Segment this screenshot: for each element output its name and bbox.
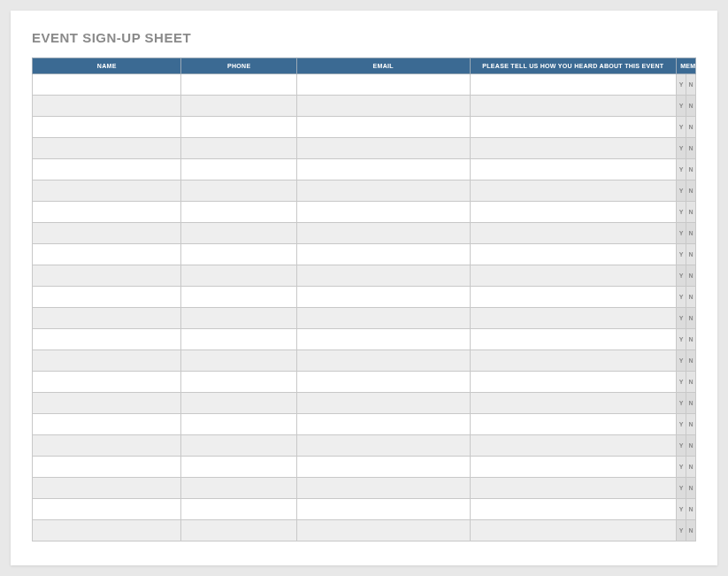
cell-phone[interactable] (181, 520, 296, 541)
cell-member-no[interactable]: N (686, 180, 696, 202)
cell-heard[interactable] (470, 74, 677, 96)
cell-phone[interactable] (181, 457, 296, 478)
cell-name[interactable] (33, 138, 181, 159)
cell-member-no[interactable]: N (686, 478, 696, 499)
cell-member-yes[interactable]: Y (677, 287, 686, 308)
cell-email[interactable] (296, 520, 470, 541)
cell-phone[interactable] (181, 435, 296, 457)
cell-phone[interactable] (181, 414, 296, 435)
cell-name[interactable] (33, 117, 181, 138)
cell-email[interactable] (296, 435, 470, 457)
cell-email[interactable] (296, 74, 470, 96)
cell-member-yes[interactable]: Y (677, 159, 686, 180)
cell-heard[interactable] (470, 287, 677, 308)
cell-heard[interactable] (470, 223, 677, 244)
cell-phone[interactable] (181, 117, 296, 138)
cell-member-no[interactable]: N (686, 74, 696, 96)
cell-member-yes[interactable]: Y (677, 308, 686, 329)
cell-name[interactable] (33, 159, 181, 180)
cell-name[interactable] (33, 478, 181, 499)
cell-heard[interactable] (470, 117, 677, 138)
cell-email[interactable] (296, 96, 470, 117)
cell-heard[interactable] (470, 393, 677, 414)
cell-name[interactable] (33, 520, 181, 541)
cell-name[interactable] (33, 414, 181, 435)
cell-member-no[interactable]: N (686, 265, 696, 287)
cell-name[interactable] (33, 499, 181, 520)
cell-email[interactable] (296, 159, 470, 180)
cell-email[interactable] (296, 457, 470, 478)
cell-member-no[interactable]: N (686, 457, 696, 478)
cell-phone[interactable] (181, 159, 296, 180)
cell-heard[interactable] (470, 202, 677, 223)
cell-heard[interactable] (470, 414, 677, 435)
cell-name[interactable] (33, 393, 181, 414)
cell-name[interactable] (33, 350, 181, 372)
cell-email[interactable] (296, 350, 470, 372)
cell-heard[interactable] (470, 244, 677, 265)
cell-member-yes[interactable]: Y (677, 180, 686, 202)
cell-phone[interactable] (181, 350, 296, 372)
cell-member-yes[interactable]: Y (677, 372, 686, 393)
cell-member-yes[interactable]: Y (677, 329, 686, 350)
cell-member-yes[interactable]: Y (677, 435, 686, 457)
cell-phone[interactable] (181, 329, 296, 350)
cell-heard[interactable] (470, 372, 677, 393)
cell-member-yes[interactable]: Y (677, 244, 686, 265)
cell-name[interactable] (33, 96, 181, 117)
cell-phone[interactable] (181, 308, 296, 329)
cell-email[interactable] (296, 138, 470, 159)
cell-phone[interactable] (181, 180, 296, 202)
cell-email[interactable] (296, 244, 470, 265)
cell-email[interactable] (296, 308, 470, 329)
cell-phone[interactable] (181, 74, 296, 96)
cell-heard[interactable] (470, 435, 677, 457)
cell-member-yes[interactable]: Y (677, 414, 686, 435)
cell-member-no[interactable]: N (686, 117, 696, 138)
cell-phone[interactable] (181, 265, 296, 287)
cell-email[interactable] (296, 180, 470, 202)
cell-member-no[interactable]: N (686, 499, 696, 520)
cell-phone[interactable] (181, 223, 296, 244)
cell-member-no[interactable]: N (686, 350, 696, 372)
cell-phone[interactable] (181, 202, 296, 223)
cell-phone[interactable] (181, 244, 296, 265)
cell-name[interactable] (33, 180, 181, 202)
cell-member-no[interactable]: N (686, 223, 696, 244)
cell-phone[interactable] (181, 138, 296, 159)
cell-name[interactable] (33, 435, 181, 457)
cell-member-yes[interactable]: Y (677, 457, 686, 478)
cell-member-no[interactable]: N (686, 159, 696, 180)
cell-phone[interactable] (181, 372, 296, 393)
cell-member-no[interactable]: N (686, 435, 696, 457)
cell-heard[interactable] (470, 159, 677, 180)
cell-name[interactable] (33, 265, 181, 287)
cell-name[interactable] (33, 223, 181, 244)
cell-member-yes[interactable]: Y (677, 74, 686, 96)
cell-member-no[interactable]: N (686, 372, 696, 393)
cell-email[interactable] (296, 117, 470, 138)
cell-heard[interactable] (470, 138, 677, 159)
cell-member-yes[interactable]: Y (677, 96, 686, 117)
cell-member-yes[interactable]: Y (677, 520, 686, 541)
cell-heard[interactable] (470, 457, 677, 478)
cell-member-no[interactable]: N (686, 244, 696, 265)
cell-email[interactable] (296, 393, 470, 414)
cell-member-no[interactable]: N (686, 393, 696, 414)
cell-name[interactable] (33, 329, 181, 350)
cell-heard[interactable] (470, 180, 677, 202)
cell-member-yes[interactable]: Y (677, 478, 686, 499)
cell-name[interactable] (33, 202, 181, 223)
cell-name[interactable] (33, 372, 181, 393)
cell-phone[interactable] (181, 287, 296, 308)
cell-heard[interactable] (470, 308, 677, 329)
cell-member-no[interactable]: N (686, 520, 696, 541)
cell-email[interactable] (296, 499, 470, 520)
cell-name[interactable] (33, 287, 181, 308)
cell-member-yes[interactable]: Y (677, 138, 686, 159)
cell-heard[interactable] (470, 329, 677, 350)
cell-email[interactable] (296, 329, 470, 350)
cell-heard[interactable] (470, 499, 677, 520)
cell-member-no[interactable]: N (686, 329, 696, 350)
cell-member-no[interactable]: N (686, 138, 696, 159)
